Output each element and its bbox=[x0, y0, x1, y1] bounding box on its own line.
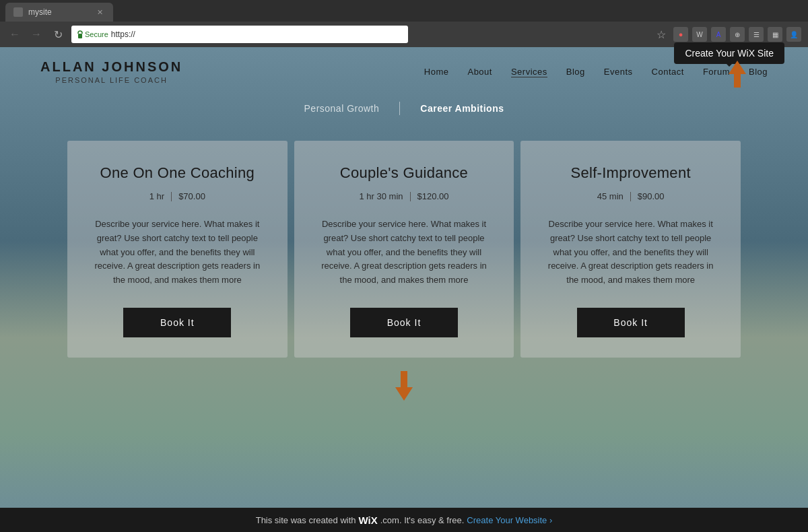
nav-item-blog2[interactable]: Blog bbox=[749, 67, 768, 77]
site-logo: ALLAN JOHNSON Personal Life Coach bbox=[40, 59, 182, 84]
svg-marker-2 bbox=[395, 371, 413, 401]
card-duration-2: 1 hr 30 min bbox=[359, 191, 403, 201]
secure-badge: Secure bbox=[77, 30, 108, 38]
extension-icon-2[interactable]: W bbox=[692, 27, 707, 42]
meta-divider-3 bbox=[630, 192, 631, 201]
card-description-2: Describe your service here. What makes i… bbox=[314, 218, 494, 288]
logo-name: ALLAN JOHNSON bbox=[40, 59, 182, 75]
card-title-2: Couple's Guidance bbox=[340, 164, 468, 182]
service-card-3: Self-Improvement 45 min $90.00 Describe … bbox=[520, 141, 741, 358]
card-price-2: $120.00 bbox=[417, 191, 449, 201]
down-arrow-indicator bbox=[40, 371, 768, 401]
extension-icon-4[interactable]: ⊕ bbox=[730, 27, 745, 42]
site-main: Personal Growth Career Ambitions One On … bbox=[0, 96, 808, 401]
card-title-1: One On One Coaching bbox=[100, 164, 255, 182]
book-button-1[interactable]: Book It bbox=[123, 308, 231, 337]
svg-rect-0 bbox=[78, 34, 82, 38]
logo-subtitle: Personal Life Coach bbox=[40, 76, 182, 84]
extension-icon-6[interactable]: ▦ bbox=[768, 27, 782, 42]
tab-bar: mysite ✕ bbox=[0, 0, 808, 22]
wix-logo-text: WiX bbox=[359, 514, 378, 526]
card-meta-2: 1 hr 30 min $120.00 bbox=[359, 191, 448, 201]
nav-item-events[interactable]: Events bbox=[604, 67, 633, 77]
wix-footer: This site was created with WiX .com. It'… bbox=[0, 508, 808, 532]
service-tabs: Personal Growth Career Ambitions bbox=[40, 96, 768, 121]
reload-button[interactable]: ↻ bbox=[50, 26, 66, 42]
tab-favicon bbox=[13, 7, 23, 17]
meta-divider-2 bbox=[410, 192, 411, 201]
forward-button[interactable]: → bbox=[28, 26, 44, 42]
book-button-2[interactable]: Book It bbox=[350, 308, 458, 337]
back-button[interactable]: ← bbox=[7, 26, 23, 42]
services-grid: One On One Coaching 1 hr $70.00 Describe… bbox=[67, 141, 741, 358]
nav-item-services[interactable]: Services bbox=[511, 67, 547, 77]
service-card-1: One On One Coaching 1 hr $70.00 Describe… bbox=[67, 141, 288, 358]
card-duration-3: 45 min bbox=[597, 191, 624, 201]
profile-icon[interactable]: 👤 bbox=[786, 27, 801, 42]
extension-icon-3[interactable]: A bbox=[711, 27, 726, 42]
card-price-1: $70.00 bbox=[178, 191, 205, 201]
arrow-up-indicator bbox=[727, 61, 747, 90]
card-duration-1: 1 hr bbox=[149, 191, 164, 201]
tab-close-button[interactable]: ✕ bbox=[94, 7, 105, 18]
nav-item-about[interactable]: About bbox=[467, 67, 492, 77]
card-description-3: Describe your service here. What makes i… bbox=[541, 218, 720, 288]
nav-item-home[interactable]: Home bbox=[424, 67, 449, 77]
tab-personal-growth[interactable]: Personal Growth bbox=[284, 96, 400, 121]
create-website-link[interactable]: Create Your Website › bbox=[467, 515, 552, 525]
card-meta-1: 1 hr $70.00 bbox=[149, 191, 205, 201]
site-nav: Home About Services Blog Events Contact … bbox=[424, 67, 768, 77]
browser-chrome: mysite ✕ ← → ↻ Secure https:// ☆ ● W A ⊕… bbox=[0, 0, 808, 47]
service-card-2: Couple's Guidance 1 hr 30 min $120.00 De… bbox=[294, 141, 514, 358]
svg-marker-1 bbox=[729, 61, 746, 88]
card-price-3: $90.00 bbox=[638, 191, 665, 201]
star-icon[interactable]: ☆ bbox=[653, 26, 669, 42]
card-description-1: Describe your service here. What makes i… bbox=[88, 218, 267, 288]
address-bar[interactable]: Secure https:// bbox=[71, 26, 408, 43]
tab-title: mysite bbox=[28, 7, 89, 17]
footer-text-after: .com. It's easy & free. bbox=[380, 515, 465, 525]
url-text: https:// bbox=[111, 30, 403, 39]
nav-item-contact[interactable]: Contact bbox=[652, 67, 684, 77]
card-meta-3: 45 min $90.00 bbox=[597, 191, 665, 201]
card-title-3: Self-Improvement bbox=[570, 164, 690, 182]
footer-text-before: This site was created with bbox=[256, 515, 356, 525]
meta-divider-1 bbox=[171, 192, 172, 201]
nav-item-forum[interactable]: Forum bbox=[703, 67, 730, 77]
extension-icon-1[interactable]: ● bbox=[673, 27, 688, 42]
nav-item-blog1[interactable]: Blog bbox=[566, 67, 585, 77]
browser-nav-icons: ☆ ● W A ⊕ ☰ ▦ 👤 bbox=[653, 26, 801, 42]
tab-career-ambitions[interactable]: Career Ambitions bbox=[400, 96, 524, 121]
book-button-3[interactable]: Book It bbox=[577, 308, 685, 337]
browser-tab[interactable]: mysite ✕ bbox=[5, 3, 113, 22]
site-wrapper: ALLAN JOHNSON Personal Life Coach Home A… bbox=[0, 47, 808, 532]
extension-icon-5[interactable]: ☰ bbox=[749, 27, 764, 42]
